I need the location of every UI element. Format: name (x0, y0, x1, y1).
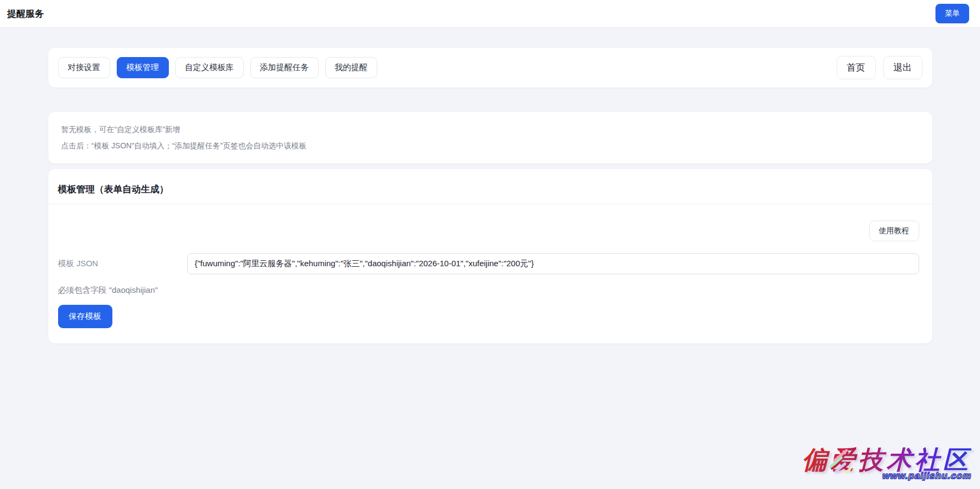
watermark-brand-text: 偏爱技术社区 (802, 447, 971, 473)
tab-add-reminder-task[interactable]: 添加提醒任务 (250, 57, 319, 78)
info-card: 暂无模板，可在“自定义模板库”新增 点击后：“模板 JSON”自动填入；“添加提… (48, 112, 932, 164)
template-management-card: 模板管理（表单自动生成） 使用教程 模板 JSON 必须包含字段 "daoqis… (48, 169, 932, 343)
watermark-logo: 偏爱技术社区 www.paijishu.com (802, 447, 971, 481)
info-line-empty-template: 暂无模板，可在“自定义模板库”新增 (61, 124, 919, 135)
home-button[interactable]: 首页 (837, 56, 876, 79)
app-title: 提醒服务 (7, 8, 44, 20)
info-line-click-behavior: 点击后：“模板 JSON”自动填入；“添加提醒任务”页签也会自动选中该模板 (61, 140, 919, 152)
page-body: 对接设置 模板管理 自定义模板库 添加提醒任务 我的提醒 首页 退出 暂无模板，… (48, 48, 932, 343)
menu-button[interactable]: 菜单 (935, 4, 969, 23)
section-body: 使用教程 模板 JSON 必须包含字段 "daoqishijian" 保存模板 (48, 204, 932, 343)
template-json-input[interactable] (187, 253, 919, 274)
tab-bar-right: 首页 退出 (837, 56, 922, 79)
logout-button[interactable]: 退出 (883, 56, 922, 79)
required-field-hint: 必须包含字段 "daoqishijian" (58, 285, 919, 296)
template-json-label: 模板 JSON (58, 259, 187, 269)
tab-custom-template-library[interactable]: 自定义模板库 (175, 57, 244, 78)
watermark-url-text: www.paijishu.com (802, 471, 971, 481)
tab-template-management[interactable]: 模板管理 (117, 57, 169, 78)
tab-my-reminders[interactable]: 我的提醒 (325, 57, 377, 78)
save-template-button[interactable]: 保存模板 (58, 305, 112, 328)
tab-group: 对接设置 模板管理 自定义模板库 添加提醒任务 我的提醒 (58, 57, 377, 78)
tutorial-button[interactable]: 使用教程 (869, 221, 919, 241)
section-header: 模板管理（表单自动生成） (48, 169, 932, 204)
watermark-streaks-decoration (826, 451, 858, 478)
app-header: 提醒服务 菜单 (0, 0, 980, 28)
tab-bar-card: 对接设置 模板管理 自定义模板库 添加提醒任务 我的提醒 首页 退出 (48, 48, 932, 87)
template-json-row: 模板 JSON (58, 253, 919, 274)
section-title: 模板管理（表单自动生成） (58, 183, 922, 196)
toolbar-row: 使用教程 (58, 221, 919, 241)
tab-docking-settings[interactable]: 对接设置 (58, 57, 110, 78)
